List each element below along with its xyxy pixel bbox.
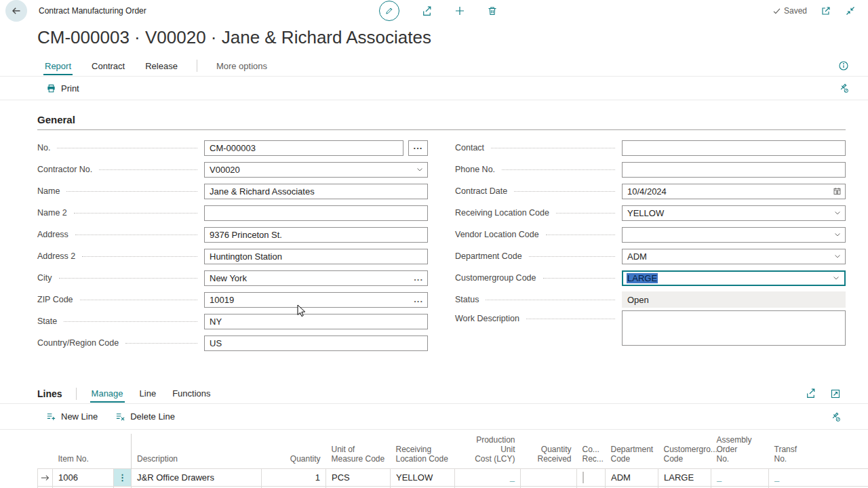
department-input[interactable] (622, 249, 846, 264)
col-department[interactable]: DepartmentCode (606, 434, 658, 469)
cell-quantity[interactable]: 1 (262, 469, 326, 487)
row-selector[interactable] (38, 469, 53, 487)
table-header-row: Item No. Description Quantity Unit ofMea… (38, 434, 868, 469)
more-options-button[interactable]: More options (215, 57, 269, 75)
dotted-leader (125, 343, 197, 344)
contact-label: Contact (455, 143, 484, 152)
state-input[interactable] (204, 314, 428, 329)
vendor-location-input[interactable] (622, 227, 846, 243)
share-button[interactable] (421, 5, 433, 17)
general-heading: General (37, 114, 846, 130)
status-value: Open (622, 291, 846, 308)
dotted-leader (529, 256, 615, 257)
cell-unit-of-measure[interactable]: PCS (326, 469, 391, 487)
dotted-leader (57, 148, 197, 148)
col-co-rec[interactable]: Co...Rec... (577, 434, 606, 469)
contractor-no-label: Contractor No. (37, 165, 92, 174)
col-assembly-order[interactable]: Assembly OrderNo. (711, 434, 769, 469)
field-row-name2: Name 2 (37, 202, 428, 224)
contract-date-input[interactable] (622, 184, 846, 199)
field-row-country: Country/Region Code (37, 332, 428, 354)
field-row-vendor-location: Vendor Location Code (455, 224, 846, 245)
no-input[interactable] (204, 140, 403, 156)
name-input[interactable] (204, 184, 428, 199)
cell-assembly-order[interactable]: _ (711, 469, 769, 487)
col-quantity-received[interactable]: QuantityReceived (521, 434, 577, 469)
edit-button[interactable] (379, 1, 399, 21)
pin-icon (830, 411, 841, 422)
open-in-excel-icon (830, 388, 841, 399)
collapse-button[interactable] (845, 5, 856, 16)
contact-input[interactable] (622, 140, 846, 156)
col-item-no[interactable]: Item No. (53, 434, 114, 469)
delete-line-button[interactable]: Delete Line (115, 411, 175, 422)
lookup-ellipsis-icon[interactable]: ... (414, 272, 423, 283)
cell-department[interactable]: ADM (606, 469, 658, 487)
tab-line[interactable]: Line (138, 384, 158, 403)
cell-customergroup[interactable]: LARGE (658, 469, 711, 487)
open-in-excel-button[interactable] (830, 388, 841, 399)
tab-functions[interactable]: Functions (171, 384, 212, 403)
popout-button[interactable] (821, 5, 831, 16)
action-toolbar: Print (0, 77, 868, 100)
tab-report[interactable]: Report (43, 57, 73, 75)
city-input[interactable] (204, 270, 428, 286)
address-input[interactable] (204, 227, 428, 243)
status-label: Status (455, 295, 479, 304)
col-quantity[interactable]: Quantity (262, 434, 326, 469)
customergroup-input[interactable]: LARGE (622, 270, 846, 286)
tab-manage[interactable]: Manage (90, 384, 125, 403)
col-unit-of-measure[interactable]: Unit ofMeasure Code (326, 434, 391, 469)
cell-item-no[interactable]: 1006 (53, 469, 114, 487)
cell-quantity-received[interactable] (521, 469, 577, 487)
lookup-ellipsis-icon[interactable]: ... (414, 294, 423, 304)
phone-input[interactable] (622, 162, 846, 178)
pencil-icon (384, 6, 394, 16)
tab-release[interactable]: Release (144, 57, 179, 75)
info-button[interactable] (838, 60, 849, 71)
delete-button[interactable] (487, 5, 498, 16)
field-row-customergroup: Customergroup Code LARGE (455, 267, 846, 289)
cell-production-unit-cost[interactable]: _ (455, 469, 521, 487)
contractor-no-input[interactable] (204, 162, 428, 178)
address2-label: Address 2 (37, 251, 75, 261)
tab-contract[interactable]: Contract (90, 57, 126, 75)
dotted-leader (66, 191, 197, 192)
lines-heading: Lines (37, 388, 62, 399)
general-right-column: Contact Phone No. Contract Date (455, 137, 846, 354)
work-description-input[interactable] (622, 310, 846, 346)
share-icon (421, 5, 433, 17)
chevron-down-icon[interactable] (832, 274, 840, 282)
name2-input[interactable] (204, 205, 428, 221)
dotted-leader (82, 256, 197, 257)
pin-toolbar-button[interactable] (838, 83, 849, 94)
share-icon (805, 388, 816, 399)
zip-input[interactable] (204, 292, 428, 308)
lines-share-button[interactable] (805, 388, 816, 399)
field-row-address: Address (37, 224, 428, 245)
print-button[interactable]: Print (46, 83, 79, 94)
col-transfer[interactable]: TransfNo. (769, 434, 868, 469)
country-input[interactable] (204, 336, 428, 351)
no-assist-button[interactable]: ... (408, 140, 428, 156)
new-line-button[interactable]: New Line (46, 411, 98, 422)
name-label: Name (37, 186, 60, 196)
lines-pin-button[interactable] (830, 411, 841, 422)
row-menu-button[interactable]: ⋮ (114, 469, 132, 487)
col-customergroup[interactable]: Customergro...Code (658, 434, 711, 469)
col-description[interactable]: Description (132, 434, 262, 469)
cell-description[interactable]: J&R Office Drawers (132, 469, 262, 487)
cell-receiving-location[interactable]: YELLOW (391, 469, 455, 487)
back-button[interactable] (5, 0, 27, 22)
work-description-label: Work Description (455, 314, 519, 323)
general-left-column: No. ... Contractor No. Name (37, 137, 428, 354)
col-receiving-location[interactable]: ReceivingLocation Code (391, 434, 455, 469)
dotted-leader (514, 191, 615, 192)
address2-input[interactable] (204, 249, 428, 264)
field-row-contractor-no: Contractor No. (37, 159, 428, 180)
cell-co-rec[interactable] (577, 469, 606, 487)
receiving-location-input[interactable] (622, 205, 846, 221)
new-button[interactable] (454, 5, 465, 16)
cell-transfer[interactable]: _ (769, 469, 868, 487)
col-production-unit-cost[interactable]: Production UnitCost (LCY) (455, 434, 521, 469)
